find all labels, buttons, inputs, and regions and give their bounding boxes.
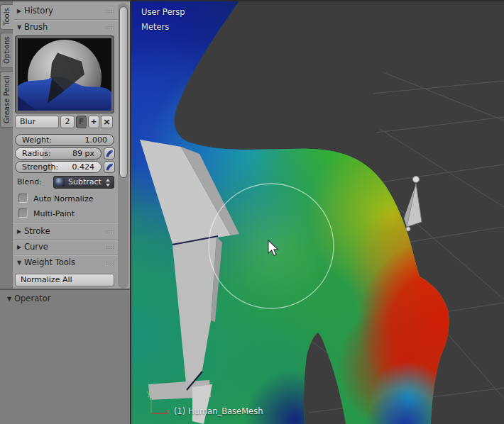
divider — [14, 19, 118, 21]
radius-pressure-toggle[interactable] — [104, 147, 115, 160]
brush-users-count-button[interactable]: 2 — [60, 116, 75, 128]
panel-header-weight-tools[interactable]: ▼Weight Tools — [14, 257, 118, 269]
auto-normalize-checkbox[interactable]: Auto Normalize — [18, 194, 93, 203]
panel-header-brush[interactable]: ▼Brush — [14, 21, 118, 33]
tool-shelf: Tools Options Grease Pencil ▶History ▼Br… — [0, 0, 130, 289]
shelf-scrollbar-track[interactable] — [118, 3, 128, 289]
divider — [14, 255, 118, 256]
3d-viewport[interactable]: User Persp Meters (1) Human_BaseMesh y x — [130, 0, 504, 424]
shelf-scrollbar-thumb[interactable] — [119, 6, 128, 178]
add-brush-button[interactable]: + — [88, 116, 99, 128]
divider — [14, 223, 118, 224]
blender-window: Tools Options Grease Pencil ▶History ▼Br… — [0, 0, 504, 424]
disclosure-collapsed-icon: ▶ — [14, 241, 24, 253]
tab-tools[interactable]: Tools — [0, 4, 13, 30]
operator-region: ▼Operator — [0, 289, 130, 424]
pressure-icon — [105, 162, 114, 172]
tool-shelf-content: ▶History ▼Brush — [13, 1, 118, 289]
normalize-all-button[interactable]: Normalize All — [15, 274, 114, 286]
units-label: Meters — [141, 22, 169, 32]
divider — [14, 239, 118, 240]
panel-grip-icon[interactable] — [106, 230, 115, 234]
panel-header-history[interactable]: ▶History — [14, 5, 118, 17]
pressure-icon — [105, 149, 114, 158]
panel-grip-icon[interactable] — [106, 9, 115, 13]
active-object-label: (1) Human_BaseMesh — [174, 406, 263, 416]
tool-shelf-tabs: Tools Options Grease Pencil — [0, 1, 13, 289]
viewport-scene — [131, 1, 504, 424]
disclosure-collapsed-icon: ▶ — [14, 5, 24, 17]
panel-grip-icon[interactable] — [106, 261, 115, 265]
dropdown-arrows-icon — [106, 179, 111, 186]
strength-slider[interactable]: Strength: 0.424 — [15, 161, 102, 173]
multi-paint-checkbox[interactable]: Multi-Paint — [18, 208, 75, 218]
checkbox-icon — [18, 194, 28, 203]
radius-slider[interactable]: Radius: 89 px — [15, 147, 102, 160]
weight-slider[interactable]: Weight: 1.000 — [15, 134, 114, 146]
disclosure-expanded-icon: ▼ — [4, 293, 14, 305]
panel-header-operator[interactable]: ▼Operator — [4, 293, 108, 305]
view-name-label: User Persp — [141, 7, 185, 17]
panel-header-stroke[interactable]: ▶Stroke — [14, 225, 118, 238]
disclosure-collapsed-icon: ▶ — [14, 225, 24, 238]
strength-pressure-toggle[interactable] — [104, 161, 115, 173]
panel-header-curve[interactable]: ▶Curve — [14, 241, 118, 253]
axis-x-label: x — [165, 408, 170, 415]
panel-grip-icon[interactable] — [106, 245, 115, 250]
brush-preview-image — [18, 38, 111, 111]
panel-grip-icon[interactable] — [115, 297, 124, 301]
delete-brush-button[interactable]: × — [101, 116, 113, 128]
brush-preview[interactable] — [15, 35, 114, 113]
brush-thumbnail-icon — [55, 178, 65, 186]
blend-dropdown[interactable]: Subtract — [53, 176, 114, 189]
panel-grip-icon[interactable] — [106, 26, 115, 30]
tab-options[interactable]: Options — [0, 33, 13, 68]
tab-grease-pencil[interactable]: Grease Pencil — [0, 71, 13, 128]
axis-y-label: y — [147, 389, 151, 397]
checkbox-icon — [18, 208, 28, 218]
disclosure-expanded-icon: ▼ — [14, 21, 24, 33]
fake-user-button[interactable]: F — [76, 116, 87, 128]
disclosure-expanded-icon: ▼ — [14, 257, 24, 269]
brush-name-button[interactable]: Blur — [15, 116, 59, 128]
blend-label: Blend: — [17, 176, 42, 188]
